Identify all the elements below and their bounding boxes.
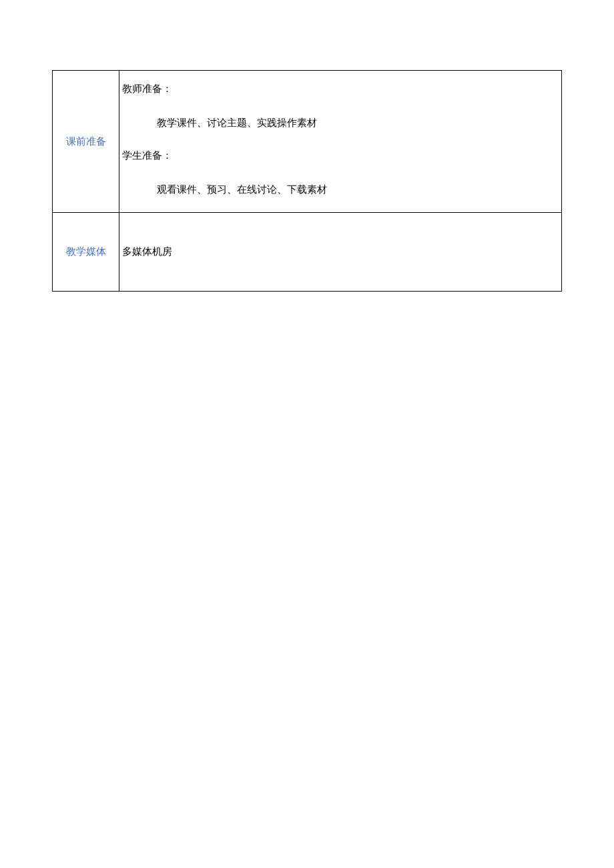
lesson-plan-table: 课前准备 教师准备： 教学课件、讨论主题、实践操作素材 学生准备： 观看课件、预… [52,70,562,292]
student-prep-label: 学生准备： [122,149,559,162]
media-content-cell: 多媒体机房 [119,213,562,292]
prep-content-cell: 教师准备： 教学课件、讨论主题、实践操作素材 学生准备： 观看课件、预习、在线讨… [119,71,562,213]
prep-label: 课前准备 [66,136,106,147]
media-label: 教学媒体 [66,246,106,257]
media-content: 多媒体机房 [122,246,172,257]
table-row: 教学媒体 多媒体机房 [53,213,562,292]
media-label-cell: 教学媒体 [53,213,119,292]
student-prep-content: 观看课件、预习、在线讨论、下载素材 [122,183,559,196]
teacher-prep-label: 教师准备： [122,83,559,95]
table-row: 课前准备 教师准备： 教学课件、讨论主题、实践操作素材 学生准备： 观看课件、预… [53,71,562,213]
teacher-prep-content: 教学课件、讨论主题、实践操作素材 [122,117,559,129]
prep-content-wrapper: 教师准备： 教学课件、讨论主题、实践操作素材 学生准备： 观看课件、预习、在线讨… [119,71,561,212]
prep-label-cell: 课前准备 [53,71,119,213]
